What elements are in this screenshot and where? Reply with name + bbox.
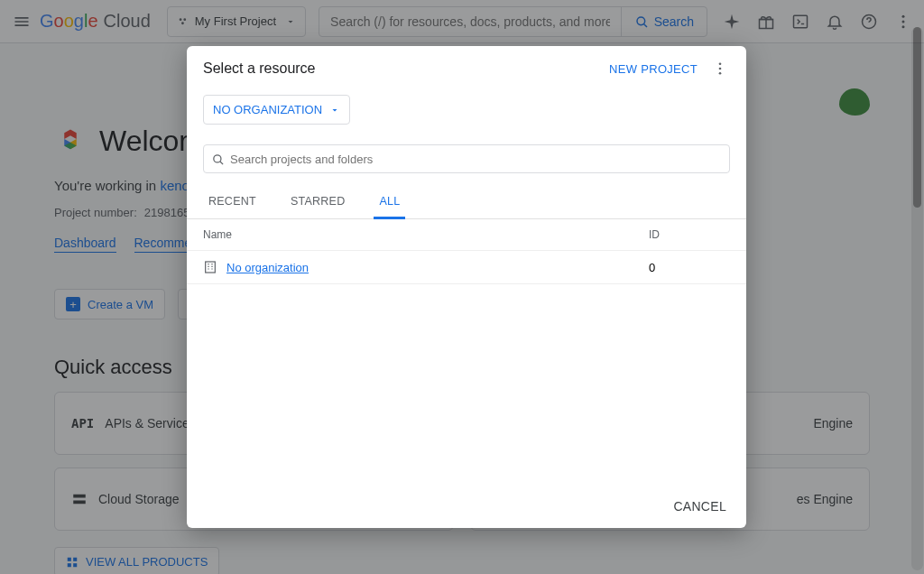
dialog-search[interactable]	[203, 144, 730, 173]
org-scope-label: NO ORGANIZATION	[213, 103, 322, 116]
dialog-search-input[interactable]	[230, 153, 722, 166]
row-name-link[interactable]: No organization	[226, 261, 309, 274]
tab-all[interactable]: ALL	[374, 186, 405, 219]
svg-line-23	[220, 162, 223, 164]
dialog-header: Select a resource NEW PROJECT	[187, 46, 746, 82]
dialog-footer: CANCEL	[187, 485, 746, 528]
select-resource-dialog: Select a resource NEW PROJECT NO ORGANIZ…	[187, 46, 746, 528]
vertical-scrollbar[interactable]	[911, 27, 923, 570]
cancel-button[interactable]: CANCEL	[673, 499, 726, 514]
dialog-more-vert-icon[interactable]	[710, 59, 730, 79]
dialog-tabs: RECENT STARRED ALL	[187, 186, 746, 219]
scrollbar-thumb[interactable]	[913, 27, 921, 208]
col-name: Name	[203, 228, 649, 241]
org-scope-button[interactable]: NO ORGANIZATION	[203, 95, 350, 125]
col-id: ID	[649, 228, 730, 241]
new-project-button[interactable]: NEW PROJECT	[609, 62, 698, 76]
svg-point-22	[214, 154, 221, 162]
row-id: 0	[649, 261, 730, 274]
chevron-down-icon	[329, 105, 340, 116]
dialog-title: Select a resource	[203, 60, 316, 77]
list-header: Name ID	[187, 219, 746, 251]
svg-point-21	[719, 72, 722, 75]
search-icon	[211, 153, 225, 166]
tab-recent[interactable]: RECENT	[203, 186, 262, 218]
svg-rect-24	[206, 262, 216, 273]
svg-point-19	[719, 62, 722, 65]
list-row[interactable]: No organization 0	[187, 251, 746, 284]
svg-point-20	[719, 68, 722, 70]
tab-starred[interactable]: STARRED	[285, 186, 351, 218]
org-icon	[203, 260, 217, 274]
